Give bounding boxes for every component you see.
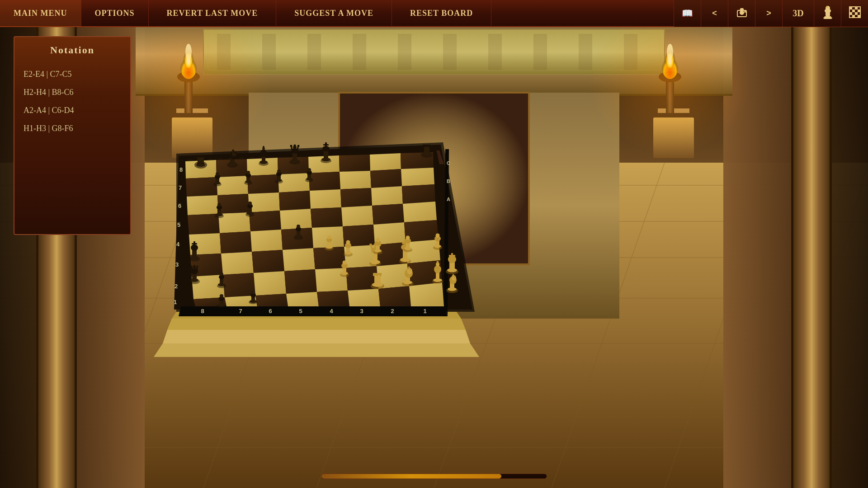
3d-label: 3D: [793, 8, 803, 19]
book-button[interactable]: 📖: [674, 0, 701, 27]
notation-move-1: E2-E4 | C7-C5: [24, 65, 121, 83]
svg-rect-359: [849, 7, 852, 9]
main-menu-button[interactable]: Main Menu: [0, 0, 81, 27]
svg-rect-366: [858, 15, 860, 18]
svg-rect-352: [824, 16, 831, 18]
options-button[interactable]: Options: [81, 0, 149, 27]
notation-move-2: H2-H4 | B8-C6: [24, 83, 121, 101]
book-icon: 📖: [682, 8, 693, 19]
piece-style-button[interactable]: [814, 0, 841, 27]
svg-rect-362: [858, 9, 860, 12]
board-icon: [849, 6, 861, 20]
notation-move-4: H1-H3 | G8-F6: [24, 119, 121, 137]
board-style-button[interactable]: [841, 0, 868, 27]
camera-button[interactable]: [728, 0, 755, 27]
notation-move-3: A2-A4 | C6-D4: [24, 101, 121, 119]
revert-last-move-button[interactable]: Revert Last Move: [149, 0, 277, 27]
prev-button[interactable]: <: [701, 0, 728, 27]
next-icon: >: [766, 9, 771, 18]
suggest-move-button[interactable]: Suggest a move: [276, 0, 392, 27]
piece-icon: [822, 5, 834, 21]
svg-point-347: [740, 10, 744, 15]
prev-icon: <: [712, 9, 717, 18]
notation-title: Notation: [24, 44, 121, 56]
menubar: Main Menu Options Revert Last Move Sugge…: [0, 0, 868, 27]
svg-rect-361: [852, 9, 855, 12]
notation-panel: Notation E2-E4 | C7-C5 H2-H4 | B8-C6 A2-…: [14, 36, 131, 235]
next-button[interactable]: >: [755, 0, 782, 27]
svg-marker-349: [740, 8, 744, 10]
svg-rect-363: [849, 12, 852, 15]
progress-bar: [321, 474, 501, 479]
camera-icon: [736, 7, 748, 19]
reset-board-button[interactable]: Reset Board: [392, 0, 491, 27]
progress-bar-container[interactable]: [321, 474, 547, 479]
svg-point-350: [744, 11, 746, 13]
3d-button[interactable]: 3D: [782, 0, 814, 27]
svg-rect-365: [852, 15, 855, 18]
svg-rect-360: [855, 7, 858, 9]
svg-rect-364: [855, 12, 858, 15]
